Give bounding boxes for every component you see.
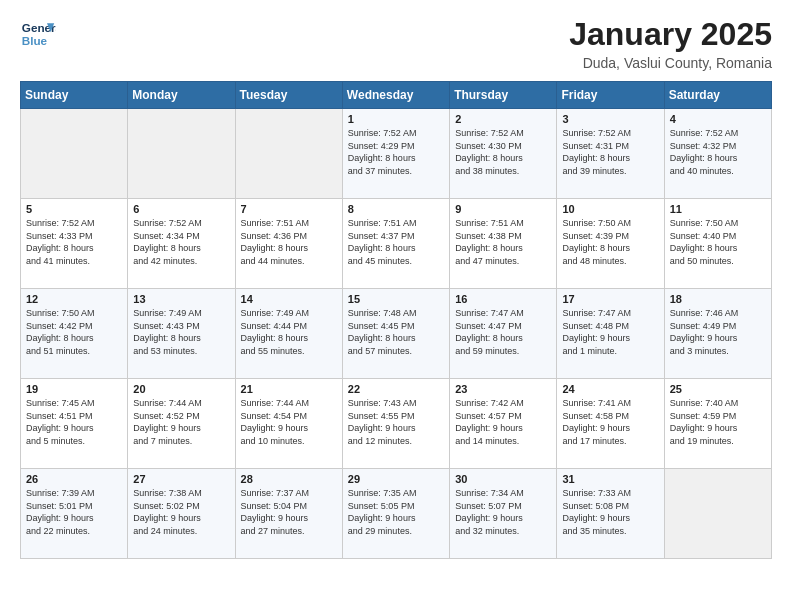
day-number: 2 [455,113,551,125]
calendar-cell: 18Sunrise: 7:46 AM Sunset: 4:49 PM Dayli… [664,289,771,379]
calendar-week-2: 5Sunrise: 7:52 AM Sunset: 4:33 PM Daylig… [21,199,772,289]
calendar-cell: 27Sunrise: 7:38 AM Sunset: 5:02 PM Dayli… [128,469,235,559]
calendar: SundayMondayTuesdayWednesdayThursdayFrid… [20,81,772,559]
day-info: Sunrise: 7:50 AM Sunset: 4:39 PM Dayligh… [562,217,658,267]
calendar-cell: 26Sunrise: 7:39 AM Sunset: 5:01 PM Dayli… [21,469,128,559]
day-number: 3 [562,113,658,125]
calendar-cell: 23Sunrise: 7:42 AM Sunset: 4:57 PM Dayli… [450,379,557,469]
day-number: 8 [348,203,444,215]
calendar-header-row: SundayMondayTuesdayWednesdayThursdayFrid… [21,82,772,109]
day-info: Sunrise: 7:38 AM Sunset: 5:02 PM Dayligh… [133,487,229,537]
calendar-week-1: 1Sunrise: 7:52 AM Sunset: 4:29 PM Daylig… [21,109,772,199]
day-info: Sunrise: 7:44 AM Sunset: 4:52 PM Dayligh… [133,397,229,447]
calendar-cell: 24Sunrise: 7:41 AM Sunset: 4:58 PM Dayli… [557,379,664,469]
calendar-cell: 17Sunrise: 7:47 AM Sunset: 4:48 PM Dayli… [557,289,664,379]
day-info: Sunrise: 7:52 AM Sunset: 4:31 PM Dayligh… [562,127,658,177]
day-number: 23 [455,383,551,395]
day-info: Sunrise: 7:40 AM Sunset: 4:59 PM Dayligh… [670,397,766,447]
calendar-cell: 1Sunrise: 7:52 AM Sunset: 4:29 PM Daylig… [342,109,449,199]
title-block: January 2025 Duda, Vaslui County, Romani… [569,16,772,71]
calendar-cell: 13Sunrise: 7:49 AM Sunset: 4:43 PM Dayli… [128,289,235,379]
day-number: 4 [670,113,766,125]
day-number: 20 [133,383,229,395]
day-header-friday: Friday [557,82,664,109]
logo: General Blue [20,16,56,52]
day-number: 15 [348,293,444,305]
day-number: 7 [241,203,337,215]
month-title: January 2025 [569,16,772,53]
day-number: 24 [562,383,658,395]
day-number: 14 [241,293,337,305]
calendar-cell [664,469,771,559]
calendar-cell: 22Sunrise: 7:43 AM Sunset: 4:55 PM Dayli… [342,379,449,469]
day-info: Sunrise: 7:49 AM Sunset: 4:44 PM Dayligh… [241,307,337,357]
calendar-week-5: 26Sunrise: 7:39 AM Sunset: 5:01 PM Dayli… [21,469,772,559]
day-info: Sunrise: 7:51 AM Sunset: 4:37 PM Dayligh… [348,217,444,267]
day-number: 1 [348,113,444,125]
page: General Blue January 2025 Duda, Vaslui C… [0,0,792,575]
day-header-saturday: Saturday [664,82,771,109]
calendar-cell: 6Sunrise: 7:52 AM Sunset: 4:34 PM Daylig… [128,199,235,289]
calendar-cell: 2Sunrise: 7:52 AM Sunset: 4:30 PM Daylig… [450,109,557,199]
calendar-cell [235,109,342,199]
day-number: 5 [26,203,122,215]
day-header-tuesday: Tuesday [235,82,342,109]
day-number: 21 [241,383,337,395]
day-header-wednesday: Wednesday [342,82,449,109]
calendar-cell: 19Sunrise: 7:45 AM Sunset: 4:51 PM Dayli… [21,379,128,469]
calendar-cell: 20Sunrise: 7:44 AM Sunset: 4:52 PM Dayli… [128,379,235,469]
day-info: Sunrise: 7:47 AM Sunset: 4:47 PM Dayligh… [455,307,551,357]
calendar-cell: 7Sunrise: 7:51 AM Sunset: 4:36 PM Daylig… [235,199,342,289]
day-header-thursday: Thursday [450,82,557,109]
calendar-cell: 9Sunrise: 7:51 AM Sunset: 4:38 PM Daylig… [450,199,557,289]
day-number: 28 [241,473,337,485]
calendar-cell: 8Sunrise: 7:51 AM Sunset: 4:37 PM Daylig… [342,199,449,289]
day-number: 31 [562,473,658,485]
calendar-cell: 15Sunrise: 7:48 AM Sunset: 4:45 PM Dayli… [342,289,449,379]
day-info: Sunrise: 7:46 AM Sunset: 4:49 PM Dayligh… [670,307,766,357]
calendar-cell: 5Sunrise: 7:52 AM Sunset: 4:33 PM Daylig… [21,199,128,289]
day-number: 10 [562,203,658,215]
location: Duda, Vaslui County, Romania [569,55,772,71]
day-info: Sunrise: 7:51 AM Sunset: 4:36 PM Dayligh… [241,217,337,267]
logo-icon: General Blue [20,16,56,52]
day-info: Sunrise: 7:43 AM Sunset: 4:55 PM Dayligh… [348,397,444,447]
day-info: Sunrise: 7:42 AM Sunset: 4:57 PM Dayligh… [455,397,551,447]
calendar-cell [128,109,235,199]
day-info: Sunrise: 7:52 AM Sunset: 4:30 PM Dayligh… [455,127,551,177]
day-number: 17 [562,293,658,305]
day-info: Sunrise: 7:52 AM Sunset: 4:32 PM Dayligh… [670,127,766,177]
day-info: Sunrise: 7:45 AM Sunset: 4:51 PM Dayligh… [26,397,122,447]
day-info: Sunrise: 7:39 AM Sunset: 5:01 PM Dayligh… [26,487,122,537]
day-info: Sunrise: 7:50 AM Sunset: 4:42 PM Dayligh… [26,307,122,357]
day-header-sunday: Sunday [21,82,128,109]
day-number: 16 [455,293,551,305]
day-info: Sunrise: 7:52 AM Sunset: 4:29 PM Dayligh… [348,127,444,177]
day-number: 19 [26,383,122,395]
calendar-cell: 4Sunrise: 7:52 AM Sunset: 4:32 PM Daylig… [664,109,771,199]
day-info: Sunrise: 7:33 AM Sunset: 5:08 PM Dayligh… [562,487,658,537]
day-number: 6 [133,203,229,215]
calendar-cell: 31Sunrise: 7:33 AM Sunset: 5:08 PM Dayli… [557,469,664,559]
day-number: 26 [26,473,122,485]
day-header-monday: Monday [128,82,235,109]
day-number: 29 [348,473,444,485]
svg-text:Blue: Blue [22,34,48,47]
calendar-cell: 29Sunrise: 7:35 AM Sunset: 5:05 PM Dayli… [342,469,449,559]
day-info: Sunrise: 7:44 AM Sunset: 4:54 PM Dayligh… [241,397,337,447]
day-number: 11 [670,203,766,215]
header: General Blue January 2025 Duda, Vaslui C… [20,16,772,71]
day-number: 12 [26,293,122,305]
calendar-week-3: 12Sunrise: 7:50 AM Sunset: 4:42 PM Dayli… [21,289,772,379]
day-number: 30 [455,473,551,485]
day-number: 27 [133,473,229,485]
calendar-cell: 30Sunrise: 7:34 AM Sunset: 5:07 PM Dayli… [450,469,557,559]
day-info: Sunrise: 7:48 AM Sunset: 4:45 PM Dayligh… [348,307,444,357]
day-number: 18 [670,293,766,305]
day-info: Sunrise: 7:52 AM Sunset: 4:33 PM Dayligh… [26,217,122,267]
calendar-cell: 3Sunrise: 7:52 AM Sunset: 4:31 PM Daylig… [557,109,664,199]
calendar-cell: 16Sunrise: 7:47 AM Sunset: 4:47 PM Dayli… [450,289,557,379]
day-info: Sunrise: 7:37 AM Sunset: 5:04 PM Dayligh… [241,487,337,537]
day-number: 25 [670,383,766,395]
calendar-cell: 25Sunrise: 7:40 AM Sunset: 4:59 PM Dayli… [664,379,771,469]
